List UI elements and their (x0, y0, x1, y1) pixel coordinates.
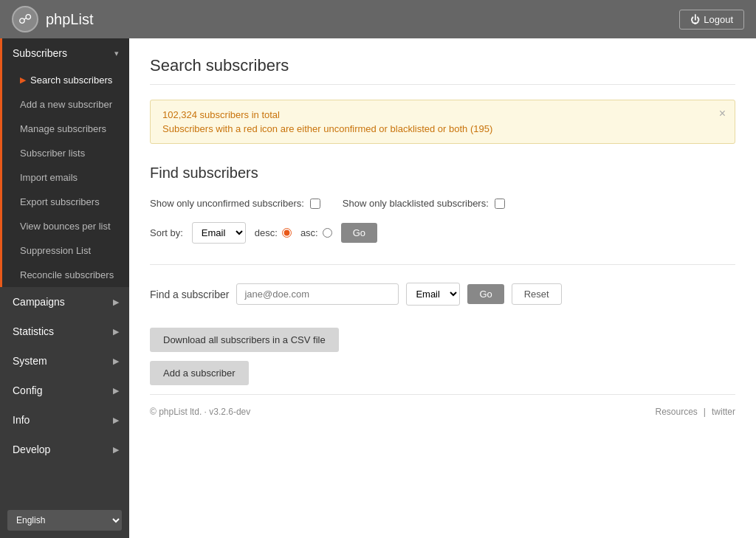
alert-line2: Subscribers with a red icon are either u… (162, 123, 723, 134)
chevron-right-icon-info: ▶ (113, 415, 119, 425)
desc-radio[interactable] (282, 228, 292, 238)
sidebar-section-statistics: Statistics ▶ (0, 317, 129, 346)
footer-separator: | (704, 407, 706, 417)
sidebar-sub-subscribers: ▶ Search subscribers Add a new subscribe… (2, 68, 129, 287)
sidebar-section-subscribers: Subscribers ▾ ▶ Search subscribers Add a… (0, 38, 129, 287)
sidebar-header-subscribers[interactable]: Subscribers ▾ (2, 38, 129, 68)
footer-links: Resources | twitter (656, 407, 736, 417)
header: ☍ phpList ⏻ Logout (0, 0, 756, 38)
sidebar-item-import-emails[interactable]: Import emails (2, 165, 129, 190)
sidebar-item-view-bounces[interactable]: View bounces per list (2, 214, 129, 238)
asc-radio[interactable] (323, 228, 332, 238)
twitter-link[interactable]: twitter (712, 407, 735, 417)
sort-go-button[interactable]: Go (341, 223, 377, 243)
logo-icon: ☍ (12, 6, 38, 32)
blacklisted-checkbox[interactable] (495, 199, 505, 209)
sort-by-label: Sort by: (150, 227, 183, 238)
find-subscriber-label: Find a subscriber (150, 289, 229, 300)
blacklisted-label: Show only blacklisted subscribers: (343, 198, 489, 209)
sidebar-header-config[interactable]: Config ▶ (2, 376, 129, 405)
sidebar-item-subscriber-lists[interactable]: Subscriber lists (2, 141, 129, 165)
main-content: Search subscribers 102,324 subscribers i… (129, 38, 756, 538)
logout-icon: ⏻ (690, 14, 700, 25)
find-go-button[interactable]: Go (467, 284, 504, 304)
sidebar: Subscribers ▾ ▶ Search subscribers Add a… (0, 38, 129, 538)
desc-radio-group: desc: (255, 227, 292, 238)
alert-close-button[interactable]: × (719, 108, 726, 120)
desc-label: desc: (255, 227, 278, 238)
chevron-right-icon-develop: ▶ (113, 445, 119, 455)
app-title: phpList (46, 11, 94, 28)
sidebar-header-statistics[interactable]: Statistics ▶ (2, 317, 129, 346)
chevron-down-icon: ▾ (114, 49, 119, 58)
chevron-right-icon-config: ▶ (113, 386, 119, 396)
divider (150, 264, 735, 265)
sort-row: Sort by: Email Name Date ID desc: asc: G… (150, 222, 735, 244)
find-by-select[interactable]: Email Name ID (406, 283, 460, 306)
find-subscriber-input[interactable] (236, 283, 399, 305)
chevron-right-icon: ▶ (113, 297, 119, 307)
sidebar-item-add-subscriber[interactable]: Add a new subscriber (2, 92, 129, 117)
sidebar-header-campaigns[interactable]: Campaigns ▶ (2, 287, 129, 317)
sidebar-section-config: Config ▶ (0, 376, 129, 405)
copyright-text: © phpList ltd. · v3.2.6-dev (150, 407, 250, 417)
sidebar-section-system: System ▶ (0, 346, 129, 376)
find-subscribers-title: Find subscribers (150, 165, 735, 182)
logo-area: ☍ phpList (12, 6, 94, 32)
alert-box: 102,324 subscribers in total Subscribers… (150, 100, 735, 144)
blacklisted-filter: Show only blacklisted subscribers: (343, 198, 505, 209)
sidebar-item-export-subscribers[interactable]: Export subscribers (2, 190, 129, 214)
language-select[interactable]: English French German Spanish (7, 510, 122, 531)
sidebar-header-system[interactable]: System ▶ (2, 346, 129, 376)
filter-row: Show only unconfirmed subscribers: Show … (150, 198, 735, 209)
download-csv-button[interactable]: Download all subscribers in a CSV file (150, 328, 339, 352)
content-footer: © phpList ltd. · v3.2.6-dev Resources | … (150, 394, 735, 417)
asc-radio-group: asc: (300, 227, 332, 238)
sidebar-item-suppression-list[interactable]: Suppression List (2, 238, 129, 263)
unconfirmed-label: Show only unconfirmed subscribers: (150, 198, 304, 209)
sidebar-item-search-subscribers[interactable]: ▶ Search subscribers (2, 68, 129, 92)
chevron-right-icon-stats: ▶ (113, 327, 119, 337)
find-reset-button[interactable]: Reset (512, 283, 562, 305)
unconfirmed-checkbox[interactable] (310, 199, 320, 209)
sidebar-section-develop: Develop ▶ (0, 435, 129, 464)
unconfirmed-filter: Show only unconfirmed subscribers: (150, 198, 320, 209)
logout-button[interactable]: ⏻ Logout (679, 10, 744, 30)
page-title: Search subscribers (150, 56, 735, 85)
sidebar-header-info[interactable]: Info ▶ (2, 405, 129, 435)
add-subscriber-button[interactable]: Add a subscriber (150, 361, 249, 385)
language-selector-area: English French German Spanish (0, 503, 129, 538)
active-arrow-icon: ▶ (20, 75, 26, 85)
alert-line1: 102,324 subscribers in total (162, 109, 723, 120)
resources-link[interactable]: Resources (656, 407, 698, 417)
sidebar-item-reconcile-subscribers[interactable]: Reconcile subscribers (2, 263, 129, 287)
chevron-right-icon-system: ▶ (113, 356, 119, 366)
main-layout: Subscribers ▾ ▶ Search subscribers Add a… (0, 38, 756, 538)
asc-label: asc: (300, 227, 318, 238)
sort-select[interactable]: Email Name Date ID (192, 222, 246, 244)
sidebar-item-manage-subscribers[interactable]: Manage subscribers (2, 117, 129, 141)
find-subscriber-row: Find a subscriber Email Name ID Go Reset (150, 283, 735, 306)
sidebar-section-info: Info ▶ (0, 405, 129, 435)
sidebar-header-develop[interactable]: Develop ▶ (2, 435, 129, 464)
sidebar-section-campaigns: Campaigns ▶ (0, 287, 129, 317)
